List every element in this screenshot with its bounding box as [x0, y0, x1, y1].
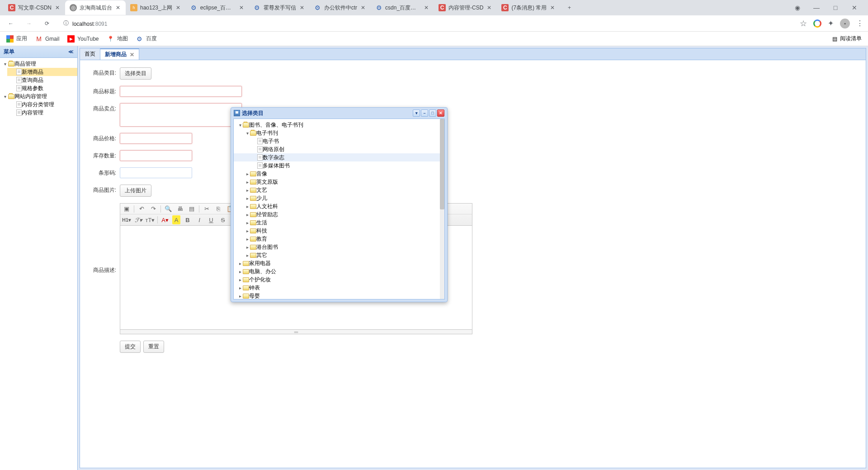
tree-toggle-icon[interactable]: ▾ — [2, 62, 8, 66]
copy-icon[interactable]: ⎘ — [214, 204, 223, 214]
category-folder[interactable]: ▸母婴 — [234, 292, 444, 299]
cut-icon[interactable]: ✂ — [202, 204, 211, 214]
browser-tab[interactable]: hhao123_上网✕ — [126, 0, 186, 15]
submit-button[interactable]: 提交 — [120, 341, 141, 353]
nav-back-button[interactable]: ← — [5, 17, 17, 30]
tree-toggle-icon[interactable]: ▸ — [245, 188, 250, 193]
tree-toggle-icon[interactable] — [252, 155, 257, 160]
tab-close-icon[interactable]: ✕ — [238, 5, 245, 11]
tree-toggle-icon[interactable]: ▸ — [245, 245, 250, 250]
category-folder[interactable]: ▸少儿 — [234, 194, 444, 202]
strike-icon[interactable]: S — [218, 215, 227, 224]
extensions-button[interactable]: ✦ — [828, 19, 834, 28]
browser-tab[interactable]: ⚙霍尊发手写信✕ — [249, 0, 310, 15]
sidebar-item[interactable]: 内容分类管理 — [7, 100, 77, 109]
sidebar-item[interactable]: 新增商品 — [7, 68, 77, 76]
nav-forward-button[interactable]: → — [23, 17, 35, 30]
tree-toggle-icon[interactable]: ▸ — [245, 228, 250, 233]
editor-resize-handle[interactable]: ═ — [120, 330, 472, 334]
backcolor-dropdown[interactable]: A — [172, 215, 180, 224]
tab-close-icon[interactable]: ✕ — [299, 5, 305, 11]
tree-toggle-icon[interactable]: ▸ — [245, 204, 250, 209]
reset-button[interactable]: 重置 — [143, 341, 164, 353]
fontsize-dropdown[interactable]: тT▾ — [146, 215, 155, 224]
youtube-bookmark[interactable]: ▶YouTube — [67, 35, 99, 43]
category-folder[interactable]: ▸港台图书 — [234, 243, 444, 251]
reading-list-button[interactable]: ▤阅读清单 — [832, 35, 862, 43]
tree-toggle-icon[interactable]: ▸ — [245, 253, 250, 258]
category-folder[interactable]: ▸英文原版 — [234, 178, 444, 186]
print-icon[interactable]: 🖶 — [175, 204, 184, 214]
tree-toggle-icon[interactable]: ▸ — [237, 277, 243, 282]
barcode-input[interactable] — [120, 167, 192, 178]
tab-close-icon[interactable]: ✕ — [549, 5, 556, 11]
heading-dropdown[interactable]: H1▾ — [122, 215, 131, 224]
gmail-bookmark[interactable]: MGmail — [35, 35, 59, 43]
tree-toggle-icon[interactable]: ▸ — [245, 196, 250, 201]
tab-close-icon[interactable]: ✕ — [360, 5, 366, 11]
template-icon[interactable]: ▤ — [187, 204, 196, 214]
category-folder[interactable]: ▸家用电器 — [234, 259, 444, 267]
tree-toggle-icon[interactable]: ▸ — [237, 294, 243, 299]
category-folder[interactable]: ▸生活 — [234, 218, 444, 227]
tree-toggle-icon[interactable] — [252, 147, 257, 152]
upload-image-button[interactable]: 上传图片 — [120, 185, 151, 197]
site-info-icon[interactable]: ⓘ — [63, 19, 69, 27]
sidebar-collapse-icon[interactable]: ≪ — [68, 49, 74, 55]
category-folder[interactable]: ▸音像 — [234, 170, 444, 178]
sidebar-item[interactable]: 查询商品 — [7, 76, 77, 84]
italic-icon[interactable]: I — [195, 215, 204, 224]
page-tab[interactable]: 新增商品✕ — [100, 48, 139, 60]
category-folder[interactable]: ▸其它 — [234, 251, 444, 259]
dialog-maximize-button[interactable]: □ — [429, 109, 436, 117]
window-minimize-button[interactable]: — — [811, 2, 822, 13]
new-tab-button[interactable]: + — [563, 1, 576, 14]
page-tab-close-icon[interactable]: ✕ — [130, 52, 134, 58]
profile-avatar[interactable]: ▪ — [840, 19, 850, 28]
category-folder[interactable]: ▸钟表 — [234, 284, 444, 292]
category-folder[interactable]: ▸教育 — [234, 235, 444, 243]
window-maximize-button[interactable]: □ — [830, 2, 841, 13]
underline-icon[interactable]: U — [207, 215, 216, 224]
browser-tab[interactable]: C写文章-CSDN✕ — [4, 0, 65, 15]
dialog-close-button[interactable]: ✕ — [437, 109, 444, 117]
browser-tab[interactable]: C内容管理-CSD✕ — [434, 0, 497, 15]
tree-toggle-icon[interactable] — [252, 139, 257, 144]
menu-button[interactable]: ⋮ — [856, 19, 863, 28]
dialog-header[interactable]: 选择类目 ▾ – □ ✕ — [231, 108, 447, 119]
category-folder[interactable]: ▸人文社科 — [234, 202, 444, 210]
bookmark-star-icon[interactable]: ☆ — [800, 19, 807, 28]
tree-toggle-icon[interactable]: ▾ — [237, 123, 243, 128]
baidu-bookmark[interactable]: ⚙百度 — [136, 35, 157, 43]
category-item[interactable]: 数字杂志 — [234, 153, 444, 161]
dialog-minimize-button[interactable]: – — [421, 109, 428, 117]
scrollbar-thumb[interactable] — [440, 119, 444, 209]
category-item[interactable]: 网络原创 — [234, 145, 444, 153]
tree-toggle-icon[interactable]: ▸ — [245, 237, 250, 242]
bold-icon[interactable]: B — [183, 215, 192, 224]
category-folder[interactable]: ▸个护化妆 — [234, 275, 444, 284]
preview-icon[interactable]: 🔍 — [164, 204, 173, 214]
category-folder[interactable]: ▸经管励志 — [234, 210, 444, 218]
tree-toggle-icon[interactable]: ▸ — [237, 261, 243, 266]
page-tab[interactable]: 首页 — [80, 48, 100, 60]
redo-icon[interactable]: ↷ — [149, 204, 158, 214]
maps-bookmark[interactable]: 📍地图 — [107, 35, 128, 43]
sidebar-item[interactable]: 内容管理 — [7, 109, 77, 117]
dialog-scrollbar[interactable] — [440, 119, 444, 299]
title-input[interactable] — [120, 86, 242, 97]
category-folder[interactable]: ▸科技 — [234, 227, 444, 235]
browser-tab[interactable]: ⚙办公软件中ctr✕ — [310, 0, 371, 15]
tree-toggle-icon[interactable]: ▾ — [2, 94, 8, 99]
sidebar-folder[interactable]: ▾商品管理 — [0, 60, 77, 68]
tree-toggle-icon[interactable]: ▸ — [237, 285, 243, 290]
tab-close-icon[interactable]: ✕ — [423, 5, 429, 11]
category-folder[interactable]: ▸电脑、办公 — [234, 267, 444, 275]
tree-toggle-icon[interactable]: ▸ — [237, 269, 243, 274]
browser-tab[interactable]: C(7条消息) 常用✕ — [497, 0, 560, 15]
tree-toggle-icon[interactable]: ▾ — [245, 131, 250, 136]
select-category-button[interactable]: 选择类目 — [120, 67, 151, 80]
sidebar-item[interactable]: 规格参数 — [7, 84, 77, 92]
source-icon[interactable]: ▣ — [122, 204, 131, 214]
price-input[interactable] — [120, 133, 192, 144]
